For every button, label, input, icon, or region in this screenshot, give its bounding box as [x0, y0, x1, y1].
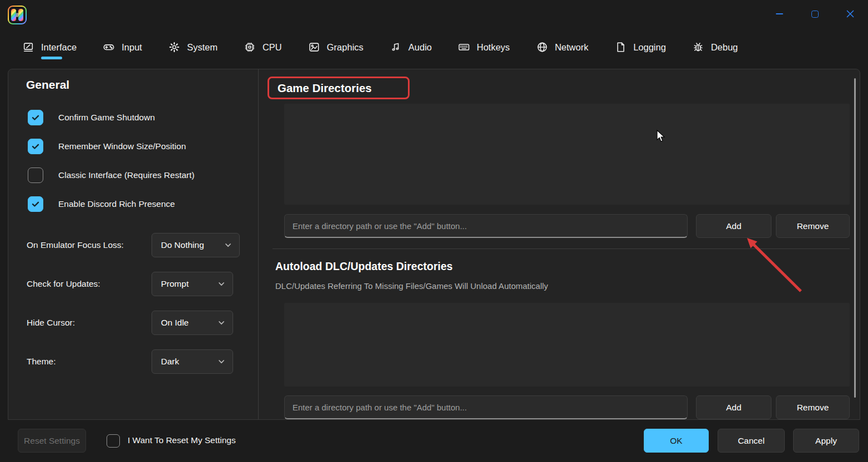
game-directories-remove-button[interactable]: Remove: [776, 214, 850, 238]
tab-graphics[interactable]: Graphics: [308, 41, 364, 53]
checkbox-confirm-shutdown[interactable]: [28, 110, 43, 125]
close-icon: [846, 9, 855, 18]
document-icon: [614, 41, 627, 53]
checkbox-row-classic-interface[interactable]: Classic Interface (Requires Restart): [28, 167, 195, 183]
autoload-directories-title: Autoload DLC/Updates Directories: [275, 260, 453, 273]
tab-interface[interactable]: Interface: [22, 41, 77, 53]
autoload-directories-list[interactable]: [284, 303, 850, 387]
image-icon: [308, 41, 320, 53]
checkbox-classic-interface[interactable]: [28, 167, 43, 183]
focus-loss-label: On Emulator Focus Loss:: [27, 233, 124, 257]
checkbox-row-discord-presence[interactable]: Enable Discord Rich Presence: [28, 196, 175, 212]
checkbox-row-confirm-shutdown[interactable]: Confirm Game Shutdown: [28, 110, 155, 125]
focus-loss-dropdown[interactable]: Do Nothing: [152, 233, 240, 257]
general-title: General: [26, 78, 69, 92]
autoload-directories-remove-button[interactable]: Remove: [776, 395, 850, 419]
chevron-down-icon: [218, 358, 225, 365]
bug-icon: [692, 41, 704, 53]
settings-tabbar: Interface Input System CPU Graphics Audi…: [22, 31, 738, 63]
keyboard-icon: [458, 41, 470, 53]
tab-system[interactable]: System: [168, 41, 218, 53]
game-directories-add-button[interactable]: Add: [696, 214, 771, 238]
general-section: General Confirm Game Shutdown Remember W…: [8, 69, 259, 419]
gear-icon: [168, 41, 180, 53]
reset-settings-checkbox-label: I Want To Reset My Settings: [128, 435, 236, 445]
interface-icon: [22, 41, 34, 53]
ok-button[interactable]: OK: [644, 429, 709, 453]
checkbox-discord-presence[interactable]: [28, 196, 43, 212]
globe-icon: [536, 41, 548, 53]
cancel-button[interactable]: Cancel: [718, 429, 785, 453]
reset-settings-checkbox[interactable]: [107, 434, 120, 448]
autoload-directories-add-button[interactable]: Add: [696, 395, 771, 419]
checkbox-remember-window[interactable]: [28, 139, 43, 154]
close-button[interactable]: [832, 2, 868, 26]
chevron-down-icon: [218, 280, 225, 288]
tab-audio[interactable]: Audio: [390, 41, 432, 53]
settings-window: # Interface Input System CPU: [0, 0, 868, 462]
reset-settings-button[interactable]: Reset Settings: [18, 429, 86, 453]
theme-dropdown[interactable]: Dark: [152, 349, 233, 374]
app-logo-icon: #: [8, 6, 27, 24]
theme-label: Theme:: [27, 349, 56, 374]
tab-input[interactable]: Input: [103, 41, 142, 53]
hide-cursor-dropdown[interactable]: On Idle: [152, 311, 233, 335]
music-note-icon: [390, 41, 402, 53]
check-updates-label: Check for Updates:: [27, 272, 100, 296]
autoload-directories-subtitle: DLC/Updates Referring To Missing Files/G…: [275, 281, 548, 291]
game-directories-title: Game Directories: [277, 82, 372, 95]
game-directories-list[interactable]: [284, 104, 850, 205]
chevron-down-icon: [218, 319, 225, 327]
annotation-red-box: Game Directories: [268, 77, 410, 99]
hide-cursor-label: Hide Cursor:: [27, 311, 75, 335]
cpu-chip-icon: [244, 41, 256, 53]
game-directory-path-input[interactable]: [284, 214, 688, 238]
settings-panel: General Confirm Game Shutdown Remember W…: [8, 69, 860, 420]
tab-hotkeys[interactable]: Hotkeys: [458, 41, 510, 53]
maximize-button[interactable]: [797, 2, 832, 26]
apply-button[interactable]: Apply: [793, 429, 859, 453]
tab-network[interactable]: Network: [536, 41, 589, 53]
minimize-button[interactable]: [761, 2, 797, 26]
check-updates-dropdown[interactable]: Prompt: [152, 272, 233, 296]
maximize-icon: [811, 11, 819, 18]
tab-cpu[interactable]: CPU: [244, 41, 282, 53]
titlebar: #: [0, 0, 868, 31]
autoload-directory-path-input[interactable]: [284, 395, 688, 419]
tab-debug[interactable]: Debug: [692, 41, 738, 53]
minimize-icon: [776, 13, 783, 14]
section-divider: [272, 248, 850, 249]
checkbox-row-remember-window[interactable]: Remember Window Size/Position: [28, 139, 186, 154]
footer-bar: Reset Settings I Want To Reset My Settin…: [0, 420, 868, 462]
gamepad-icon: [103, 41, 115, 53]
scrollbar[interactable]: [854, 78, 856, 398]
chevron-down-icon: [224, 241, 232, 249]
tab-logging[interactable]: Logging: [614, 41, 666, 53]
